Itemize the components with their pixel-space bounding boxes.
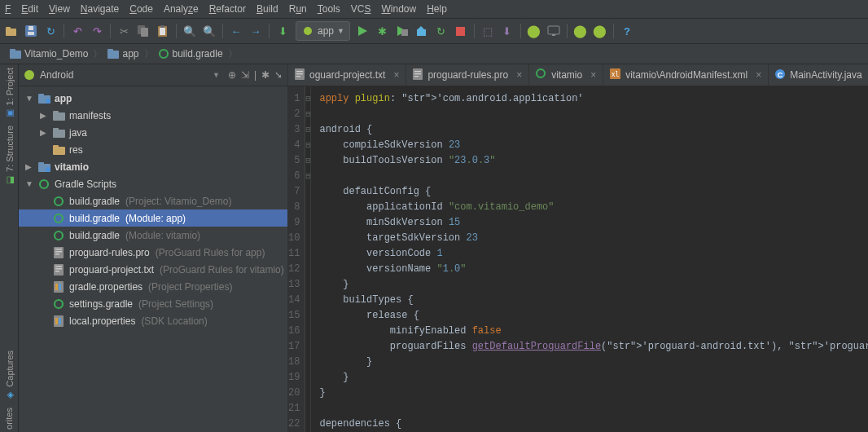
menu-refactor[interactable]: Refactor (209, 3, 246, 15)
stop-icon[interactable] (454, 24, 467, 37)
fold-gutter[interactable]: ⊟⊟⊟⊟⊟⊟ (305, 86, 311, 432)
editor-tab[interactable]: CMainActivity.java× (769, 64, 868, 86)
menu-analyze[interactable]: Analyze (164, 3, 199, 15)
tree-arrow-icon[interactable]: ▼ (25, 94, 33, 103)
tree-node[interactable]: build.gradle (Module: app) (19, 209, 287, 227)
menu-view[interactable]: View (49, 3, 70, 15)
svg-rect-26 (38, 94, 44, 96)
find-icon[interactable]: 🔍 (183, 24, 196, 37)
ddms-icon[interactable]: ⬤ (528, 24, 541, 37)
separator (520, 24, 521, 38)
breadcrumb-label: Vitamio_Demo (24, 48, 88, 60)
tool-captures[interactable]: ◈Captures (4, 350, 15, 401)
open-icon[interactable] (5, 24, 18, 37)
editor-tab[interactable]: oguard-project.txt× (288, 64, 406, 86)
menu-file[interactable]: F (5, 3, 11, 15)
cut-icon[interactable]: ✂ (117, 24, 130, 37)
undo-icon[interactable]: ↶ (71, 24, 84, 37)
attach-icon[interactable] (415, 24, 428, 37)
hide-icon[interactable]: ➘ (274, 69, 283, 81)
breadcrumb-file[interactable]: build.gradle (154, 48, 228, 60)
txt-file-icon (295, 68, 305, 82)
breadcrumb-root[interactable]: Vitamio_Demo (5, 48, 93, 60)
run-config-combo[interactable]: app ▼ (296, 21, 350, 41)
menu-navigate[interactable]: Navigate (81, 3, 119, 15)
save-icon[interactable] (24, 24, 37, 37)
forward-icon[interactable]: → (249, 24, 262, 37)
menu-edit[interactable]: Edit (21, 3, 38, 15)
tool-project[interactable]: ▣1: Project (4, 68, 15, 119)
editor-tab[interactable]: proguard-rules.pro× (406, 64, 529, 86)
paste-icon[interactable] (156, 24, 169, 37)
replace-icon[interactable]: 🔍 (203, 24, 216, 37)
svg-rect-4 (28, 26, 33, 30)
project-tree[interactable]: ▼app▶manifests▶javares▶vitamio▼Gradle Sc… (19, 86, 287, 432)
view-selector[interactable]: Android ▼ (24, 69, 228, 81)
gfile-icon (52, 212, 65, 225)
tree-node[interactable]: proguard-project.txt (ProGuard Rules for… (19, 261, 287, 278)
svg-rect-28 (53, 112, 65, 121)
sync-icon[interactable]: ↻ (44, 24, 57, 37)
gear-icon[interactable]: ✱ (261, 69, 270, 81)
tree-node[interactable]: gradle.properties (Project Properties) (19, 278, 287, 295)
redo-icon[interactable]: ↷ (90, 24, 103, 37)
menu-vcs[interactable]: VCS (351, 3, 371, 15)
tree-node[interactable]: ▶java (19, 124, 287, 141)
make-icon[interactable]: ⬇ (276, 24, 289, 37)
svg-text:xl: xl (612, 71, 620, 78)
tree-node[interactable]: ▼Gradle Scripts (19, 175, 287, 192)
debug-icon[interactable]: ✱ (376, 24, 389, 37)
collapse-icon[interactable]: ⇲ (241, 69, 249, 81)
source-code[interactable]: apply plugin: "str">'com.android.applica… (311, 86, 868, 432)
tool-structure[interactable]: ◧7: Structure (4, 126, 15, 186)
run-icon[interactable] (357, 24, 370, 37)
menu-run[interactable]: Run (289, 3, 307, 15)
avd-icon[interactable]: ⬚ (481, 24, 494, 37)
tree-arrow-icon[interactable]: ▶ (25, 162, 33, 171)
help-icon[interactable]: ? (620, 24, 633, 37)
copy-icon[interactable] (137, 24, 150, 37)
menu-build[interactable]: Build (256, 3, 278, 15)
sdk-icon[interactable]: ⬇ (501, 24, 514, 37)
menu-help[interactable]: Help (427, 3, 447, 15)
editor-tab[interactable]: xlvitamio\AndroidManifest.xml× (603, 64, 769, 86)
target-icon[interactable]: ⊕ (228, 69, 236, 81)
svg-rect-29 (53, 111, 59, 113)
tree-arrow-icon[interactable]: ▶ (40, 111, 48, 120)
tree-node[interactable]: build.gradle (Module: vitamio) (19, 227, 287, 244)
code-editor[interactable]: 12345678910111213141516171819202122 ⊟⊟⊟⊟… (288, 86, 868, 432)
tree-node[interactable]: proguard-rules.pro (ProGuard Rules for a… (19, 244, 287, 261)
breadcrumb-module[interactable]: app (103, 48, 143, 60)
svg-rect-31 (53, 128, 59, 130)
tree-node[interactable]: res (19, 141, 287, 158)
close-icon[interactable]: × (756, 69, 761, 81)
tree-arrow-icon[interactable]: ▼ (25, 179, 33, 188)
chevron-down-icon: ▼ (337, 27, 344, 35)
close-icon[interactable]: × (590, 69, 596, 81)
svg-rect-63 (414, 76, 419, 77)
tree-node[interactable]: ▶manifests (19, 107, 287, 124)
menu-window[interactable]: Window (381, 3, 416, 15)
editor-tab[interactable]: vitamio× (529, 64, 603, 86)
tree-label: Gradle Scripts (55, 179, 116, 190)
run-with-coverage-icon[interactable] (396, 24, 409, 37)
tool-favorites[interactable]: orites (4, 408, 14, 430)
close-icon[interactable]: × (516, 69, 522, 81)
tree-node[interactable]: local.properties (SDK Location) (19, 312, 287, 329)
svg-rect-8 (160, 28, 165, 35)
breadcrumb-label: app (122, 48, 138, 60)
tree-arrow-icon[interactable]: ▶ (40, 128, 48, 137)
gradle-sync-icon[interactable]: ⬤ (574, 24, 587, 37)
profile-icon[interactable]: ↻ (435, 24, 448, 37)
tree-node[interactable]: settings.gradle (Project Settings) (19, 295, 287, 312)
close-icon[interactable]: × (393, 69, 399, 81)
android-icon[interactable]: ⬤ (594, 24, 607, 37)
tree-node[interactable]: ▼app (19, 90, 287, 107)
back-icon[interactable]: ← (230, 24, 243, 37)
tree-node[interactable]: build.gradle (Project: Vitamio_Demo) (19, 192, 287, 209)
monitor-icon[interactable] (547, 24, 560, 37)
menu-code[interactable]: Code (129, 3, 153, 15)
gradle-icon (37, 178, 50, 191)
menu-tools[interactable]: Tools (318, 3, 340, 15)
tree-node[interactable]: ▶vitamio (19, 158, 287, 175)
